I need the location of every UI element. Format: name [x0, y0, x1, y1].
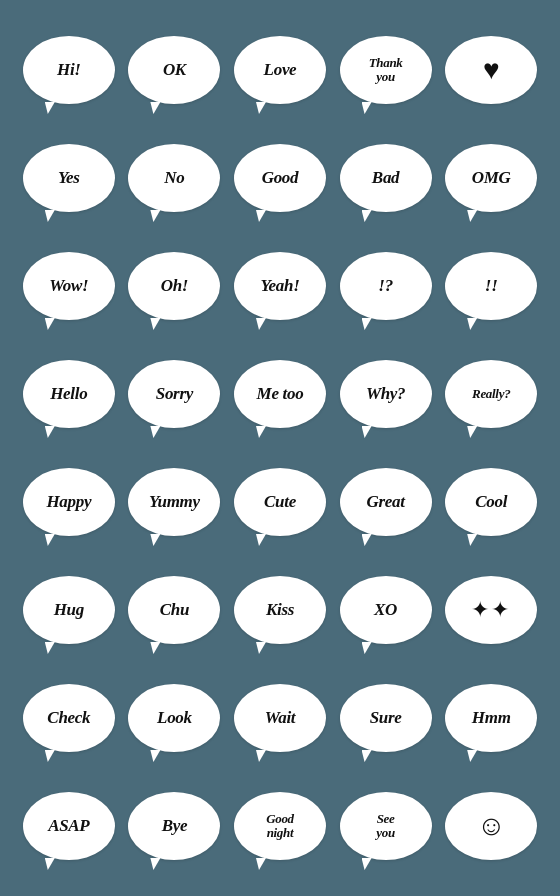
bubble-label-happy: Happy	[46, 493, 91, 512]
bubble-label-really: Really?	[472, 387, 510, 401]
bubble-label-doubleexclaim: !!	[485, 277, 498, 296]
bubble-label-great: Great	[367, 493, 405, 512]
bubble-omg[interactable]: OMG	[445, 144, 537, 212]
bubble-wait[interactable]: Wait	[234, 684, 326, 752]
bubble-yes[interactable]: Yes	[23, 144, 115, 212]
bubble-kiss[interactable]: Kiss	[234, 576, 326, 644]
bubble-label-chu: Chu	[160, 601, 189, 620]
bubble-cute[interactable]: Cute	[234, 468, 326, 536]
bubble-really[interactable]: Really?	[445, 360, 537, 428]
bubble-bad[interactable]: Bad	[340, 144, 432, 212]
sticker-grid: Hi!OKLoveThank you♥YesNoGoodBadOMGWow!Oh…	[10, 10, 550, 886]
bubble-metoo[interactable]: Me too	[234, 360, 326, 428]
bubble-label-metoo: Me too	[257, 385, 304, 404]
heart-icon: ♥	[483, 56, 500, 84]
bubble-label-hello: Hello	[50, 385, 87, 404]
bubble-hmm[interactable]: Hmm	[445, 684, 537, 752]
bubble-hi[interactable]: Hi!	[23, 36, 115, 104]
smiley-icon: ☺	[477, 810, 506, 842]
bubble-label-yummy: Yummy	[149, 493, 200, 512]
bubble-hug[interactable]: Hug	[23, 576, 115, 644]
bubble-label-yeah: Yeah!	[260, 277, 299, 296]
bubble-cool[interactable]: Cool	[445, 468, 537, 536]
bubble-good[interactable]: Good	[234, 144, 326, 212]
bubble-sure[interactable]: Sure	[340, 684, 432, 752]
bubble-seeyou[interactable]: See you	[340, 792, 432, 860]
bubble-label-kiss: Kiss	[266, 601, 294, 620]
bubble-happy[interactable]: Happy	[23, 468, 115, 536]
bubble-check[interactable]: Check	[23, 684, 115, 752]
bubble-chu[interactable]: Chu	[128, 576, 220, 644]
bubble-heart[interactable]: ♥	[445, 36, 537, 104]
bubble-label-no: No	[164, 169, 184, 188]
bubble-smiley[interactable]: ☺	[445, 792, 537, 860]
bubble-label-love: Love	[264, 61, 297, 80]
bubble-label-look: Look	[157, 709, 192, 728]
bubble-label-bye: Bye	[162, 817, 188, 836]
bubble-label-xo: XO	[374, 601, 397, 620]
bubble-label-interrobang: !?	[378, 277, 393, 296]
bubble-label-oh: Oh!	[161, 277, 188, 296]
bubble-label-ok: OK	[163, 61, 186, 80]
bubble-no[interactable]: No	[128, 144, 220, 212]
bubble-why[interactable]: Why?	[340, 360, 432, 428]
bubble-wow[interactable]: Wow!	[23, 252, 115, 320]
bubble-doubleexclaim[interactable]: !!	[445, 252, 537, 320]
bubble-oh[interactable]: Oh!	[128, 252, 220, 320]
bubble-label-check: Check	[47, 709, 90, 728]
bubble-great[interactable]: Great	[340, 468, 432, 536]
bubble-label-yes: Yes	[58, 169, 80, 188]
bubble-label-hmm: Hmm	[472, 709, 511, 728]
bubble-look[interactable]: Look	[128, 684, 220, 752]
bubble-label-wow: Wow!	[49, 277, 88, 296]
bubble-label-sure: Sure	[370, 709, 402, 728]
sparkle-icon: ✦✦	[471, 597, 511, 623]
bubble-label-sorry: Sorry	[156, 385, 193, 404]
bubble-label-bad: Bad	[372, 169, 399, 188]
bubble-yeah[interactable]: Yeah!	[234, 252, 326, 320]
bubble-hello[interactable]: Hello	[23, 360, 115, 428]
bubble-bye[interactable]: Bye	[128, 792, 220, 860]
bubble-label-wait: Wait	[265, 709, 296, 728]
bubble-label-hug: Hug	[54, 601, 84, 620]
bubble-sparkle[interactable]: ✦✦	[445, 576, 537, 644]
bubble-asap[interactable]: ASAP	[23, 792, 115, 860]
bubble-label-cute: Cute	[264, 493, 296, 512]
bubble-label-good: Good	[262, 169, 299, 188]
bubble-label-seeyou: See you	[376, 812, 395, 841]
bubble-sorry[interactable]: Sorry	[128, 360, 220, 428]
bubble-label-omg: OMG	[472, 169, 511, 188]
bubble-label-thankyou: Thank you	[369, 56, 403, 85]
bubble-ok[interactable]: OK	[128, 36, 220, 104]
bubble-label-asap: ASAP	[48, 817, 89, 836]
bubble-yummy[interactable]: Yummy	[128, 468, 220, 536]
bubble-thankyou[interactable]: Thank you	[340, 36, 432, 104]
bubble-label-goodnight: Good night	[266, 812, 294, 841]
bubble-label-hi: Hi!	[57, 61, 81, 80]
bubble-label-cool: Cool	[475, 493, 507, 512]
bubble-love[interactable]: Love	[234, 36, 326, 104]
bubble-interrobang[interactable]: !?	[340, 252, 432, 320]
bubble-goodnight[interactable]: Good night	[234, 792, 326, 860]
bubble-xo[interactable]: XO	[340, 576, 432, 644]
bubble-label-why: Why?	[366, 385, 405, 404]
